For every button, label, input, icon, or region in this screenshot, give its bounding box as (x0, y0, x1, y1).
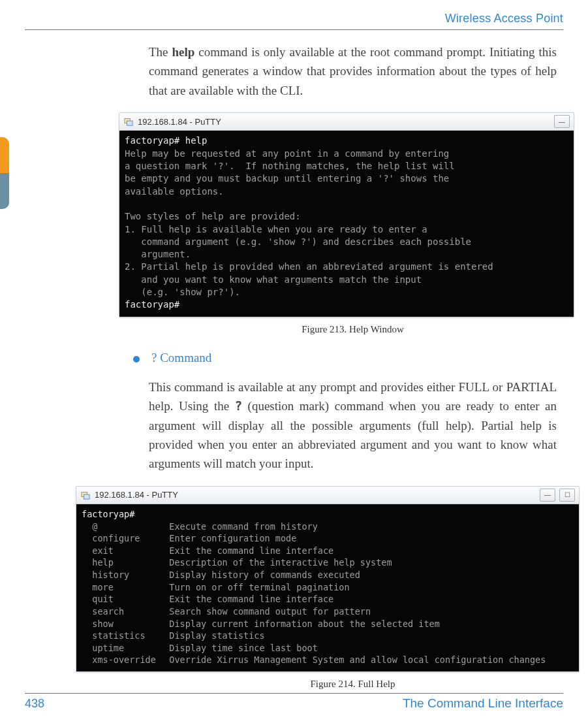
figure-caption-213: Figure 213. Help Window (149, 324, 557, 335)
terminal-full-help: 192.168.1.84 - PuTTY — ☐ factoryap# @Exe… (76, 486, 580, 672)
running-header: Wireless Access Point (25, 12, 563, 25)
terminal2-title: 192.168.1.84 - PuTTY (95, 490, 178, 500)
terminal2-titlebar: 192.168.1.84 - PuTTY — ☐ (76, 487, 579, 504)
bullet-title: ? Command (151, 351, 211, 365)
putty-icon (123, 116, 134, 127)
terminal-help-window: 192.168.1.84 - PuTTY — factoryap# help H… (119, 112, 574, 317)
footer-rule (25, 693, 563, 694)
minimize-button[interactable]: — (554, 115, 570, 128)
intro-post: command is only available at the root co… (149, 45, 557, 97)
intro-bold: help (172, 45, 195, 59)
footer-section: The Command Line Interface (403, 696, 563, 711)
q-command-paragraph: This command is available at any prompt … (149, 378, 557, 474)
terminal-title: 192.168.1.84 - PuTTY (138, 117, 221, 127)
header-rule (25, 29, 563, 30)
intro-pre: The (149, 45, 172, 59)
para2-code: ? (235, 398, 242, 413)
figure-caption-214: Figure 214. Full Help (149, 679, 557, 690)
minimize-button[interactable]: — (540, 489, 555, 502)
terminal2-output: factoryap# @Execute command from history… (76, 504, 579, 671)
svg-rect-1 (127, 121, 132, 125)
svg-rect-3 (84, 494, 89, 499)
maximize-button[interactable]: ☐ (559, 489, 575, 502)
bullet-q-command: ? Command (133, 351, 557, 365)
intro-paragraph: The help command is only available at th… (149, 42, 557, 100)
terminal-output: factoryap# help Help may be requested at… (119, 131, 574, 316)
page-number: 438 (25, 697, 44, 711)
thumb-tab (0, 137, 9, 209)
terminal-titlebar: 192.168.1.84 - PuTTY — (119, 113, 574, 131)
putty-icon (80, 490, 91, 500)
bullet-dot-icon (133, 356, 140, 362)
